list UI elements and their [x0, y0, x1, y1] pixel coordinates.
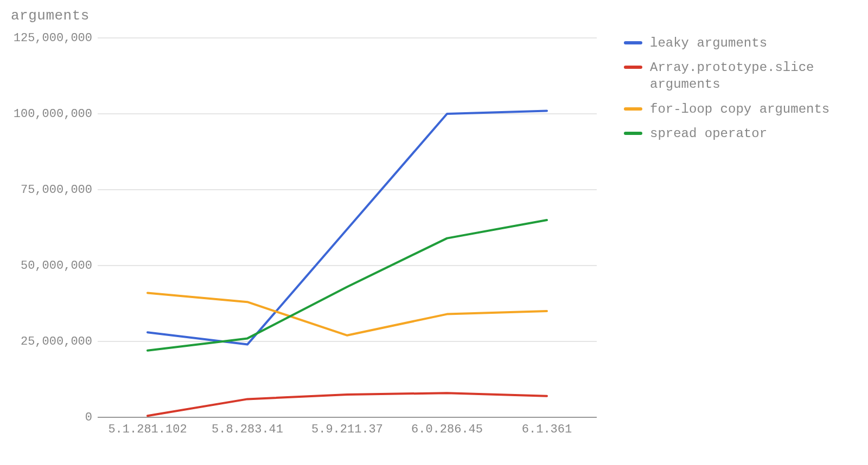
legend-swatch — [624, 41, 642, 44]
series-line — [148, 111, 547, 344]
x-tick-label: 5.8.283.41 — [212, 423, 283, 436]
series-line — [148, 393, 547, 416]
legend-label: spread operator — [650, 125, 767, 142]
series-line — [148, 220, 547, 351]
plot-area — [98, 38, 597, 417]
legend-item: Array.prototype.slice arguments — [624, 59, 845, 93]
legend-item: for-loop copy arguments — [624, 101, 845, 118]
legend-swatch — [624, 132, 642, 135]
legend-swatch — [624, 107, 642, 111]
x-tick-label: 6.1.361 — [522, 423, 572, 436]
legend-item: spread operator — [624, 125, 845, 142]
series-line — [148, 293, 547, 335]
plot-svg — [98, 38, 597, 417]
legend-label: for-loop copy arguments — [650, 101, 829, 118]
y-tick-label: 125,000,000 — [5, 31, 92, 45]
y-tick-label: 25,000,000 — [5, 335, 92, 348]
chart-title: arguments — [11, 8, 90, 24]
y-tick-label: 75,000,000 — [5, 183, 92, 197]
legend-label: leaky arguments — [650, 35, 767, 51]
x-tick-label: 5.1.281.102 — [108, 423, 187, 436]
chart-container: arguments 025,000,00050,000,00075,000,00… — [0, 0, 868, 465]
x-tick-label: 6.0.286.45 — [411, 423, 483, 436]
y-tick-label: 50,000,000 — [5, 259, 92, 273]
x-tick-label: 5.9.211.37 — [311, 423, 383, 436]
legend-item: leaky arguments — [624, 35, 845, 51]
legend: leaky argumentsArray.prototype.slice arg… — [624, 35, 845, 150]
y-tick-label: 0 — [5, 411, 92, 424]
legend-swatch — [624, 66, 642, 69]
y-tick-label: 100,000,000 — [5, 107, 92, 121]
legend-label: Array.prototype.slice arguments — [650, 59, 845, 93]
